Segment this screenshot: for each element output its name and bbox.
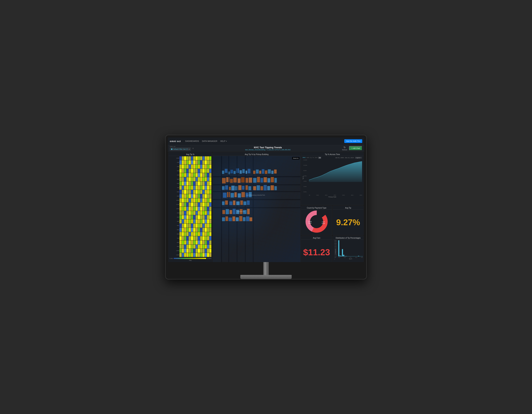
heatmap-time-label: 1AM — [174, 162, 179, 163]
heatmap-cell — [207, 236, 209, 240]
heatmap-time-label: 6AM — [174, 183, 179, 184]
avg-fare-panel: Avg Fare $11.23 — [301, 236, 332, 262]
ts-y-axis: 12.00% 10.00% 8.00% 6.00% 4.00% 2.00% 0.… — [304, 160, 307, 192]
svg-rect-82 — [253, 178, 256, 183]
heatmap-cell — [182, 236, 184, 240]
heatmap-cell — [196, 177, 198, 181]
svg-rect-45 — [228, 156, 229, 262]
svg-rect-27 — [238, 185, 241, 190]
toolbar: Filter set Default Filter Set (7) ▾ ⊘ NY… — [168, 145, 364, 152]
add-chart-button[interactable]: + Add Chart — [349, 146, 362, 151]
heatmap-cell — [184, 194, 186, 198]
heatmap-cell — [186, 215, 189, 219]
refresh-label: Refresh — [342, 149, 347, 151]
avg-tip-panel: Avg Tip 9.27% — [332, 206, 364, 235]
filter-select[interactable]: Default Filter Set (7) ▾ — [170, 148, 191, 151]
ts-y-2: 2.00% — [304, 186, 307, 187]
map-background[interactable]: Zoom to East Williamsburg Industrial Par… — [213, 156, 300, 262]
heatmap-cell — [205, 198, 207, 202]
heatmap-cell — [202, 203, 205, 207]
map-zoom-button[interactable]: Zoom to — [292, 157, 300, 160]
heatmap-cell — [205, 232, 207, 236]
heatmap-cell — [205, 249, 207, 253]
heatmap-cell — [196, 240, 198, 245]
filter-icon[interactable]: ⊘ — [192, 147, 194, 149]
ts-y-0: 0.00% — [304, 191, 307, 192]
svg-rect-37 — [246, 193, 248, 197]
nav-help[interactable]: HELP — [220, 140, 227, 142]
heatmap-cell — [196, 236, 198, 240]
ts-bnc[interactable]: BNC — [303, 157, 306, 159]
heatmap-cell — [189, 240, 191, 245]
heatmap-cell — [196, 169, 198, 173]
nav-dashboards[interactable]: DASHBOARDS — [185, 140, 199, 142]
distribution-panel: Distribution of Tip Percentages # Record… — [332, 236, 364, 262]
svg-rect-50 — [225, 200, 228, 205]
svg-rect-41 — [213, 191, 300, 192]
ts-auto[interactable]: auto — [306, 157, 309, 159]
heatmap-cell — [182, 194, 184, 198]
heatmap-cell — [200, 240, 202, 245]
svg-rect-94 — [271, 185, 274, 190]
heatmap-cell — [191, 211, 193, 215]
heatmap-cell — [200, 156, 202, 160]
heatmap-cell — [202, 224, 205, 228]
refresh-button[interactable]: ↻ Refresh — [342, 146, 347, 151]
svg-rect-49 — [222, 201, 225, 205]
heatmap-cell — [180, 173, 182, 177]
heatmap-cell — [202, 219, 205, 223]
ts-1mo[interactable]: 1mo — [314, 157, 317, 159]
heatmap-cell — [191, 160, 193, 164]
svg-rect-39 — [213, 176, 300, 177]
heatmap-cell — [200, 207, 202, 211]
svg-rect-69 — [236, 217, 239, 221]
heatmap-cell — [209, 228, 211, 232]
heatmap-cell — [184, 219, 186, 223]
heatmap-cell — [182, 219, 184, 223]
svg-text:Cash: Cash — [322, 221, 325, 223]
svg-rect-31 — [223, 193, 227, 198]
heatmap-cell — [182, 249, 184, 253]
heatmap-cell — [209, 245, 211, 249]
heatmap-cell — [196, 232, 198, 236]
ts-1y[interactable]: 1y — [310, 157, 312, 159]
heatmap-cell — [186, 156, 189, 160]
legend-button[interactable]: Legend > — [355, 157, 362, 159]
heatmap-cells — [180, 177, 211, 181]
heatmap-cell — [207, 224, 209, 228]
dashboard-title: NYC Taxi Tipping Trends — [195, 146, 341, 149]
heatmap-cell — [200, 224, 202, 228]
walkthru-button[interactable]: Start the Walk-Thru — [344, 139, 362, 143]
heatmap-row: 4PM — [174, 224, 211, 228]
timeseries-panel: Tip % Across Time BNC auto 1y 1s 1mo 1w … — [301, 152, 364, 205]
svg-rect-62 — [240, 209, 243, 214]
heatmap-row: 6AM — [174, 181, 211, 186]
ts-date-range: Jan 01, 2009 - Dec 31, 2015 — [335, 157, 354, 159]
heatmap-row: 1PM — [174, 211, 211, 215]
heatmap-time-label: 4AM — [174, 174, 179, 176]
ts-x-axis-title: Pickup Date — [301, 196, 363, 198]
monitor-stand — [168, 262, 364, 279]
dist-bar — [359, 256, 361, 256]
heatmap-cell — [209, 194, 211, 198]
heatmap-cell — [193, 156, 195, 160]
ts-1s[interactable]: 1s — [312, 157, 314, 159]
svg-rect-38 — [249, 192, 252, 197]
heatmap-cell — [196, 207, 198, 211]
heatmap-cell — [182, 211, 184, 215]
heatmap-cell — [198, 232, 200, 236]
heatmap-cell — [202, 211, 205, 215]
heatmap-cell — [209, 224, 211, 228]
ts-1w[interactable]: 1w — [318, 157, 321, 159]
avg-fare-value: $11.23 — [301, 240, 332, 262]
svg-rect-95 — [275, 186, 277, 190]
heatmap-cell — [205, 219, 207, 223]
heatmap-cell — [186, 186, 189, 190]
nav-data-manager[interactable]: DATA MANAGER — [202, 140, 218, 142]
heatmap-cells — [180, 203, 211, 207]
heatmap-cell — [207, 181, 209, 186]
heatmap-cell — [196, 194, 198, 198]
heatmap-cell — [186, 232, 189, 236]
heatmap-cell — [200, 186, 202, 190]
heatmap-cell — [202, 232, 205, 236]
